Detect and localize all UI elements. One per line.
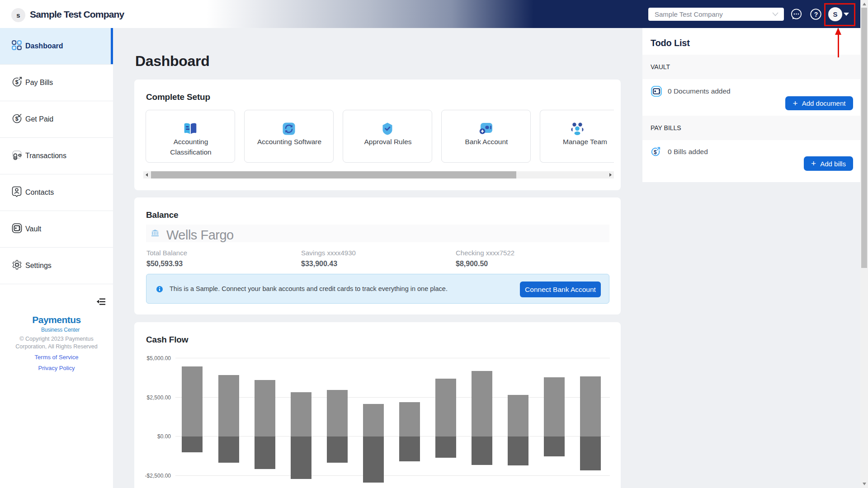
svg-text:$: $ xyxy=(15,116,19,122)
svg-text:?: ? xyxy=(814,11,818,18)
svg-text:$: $ xyxy=(15,79,19,85)
svg-text:$: $ xyxy=(654,149,657,155)
